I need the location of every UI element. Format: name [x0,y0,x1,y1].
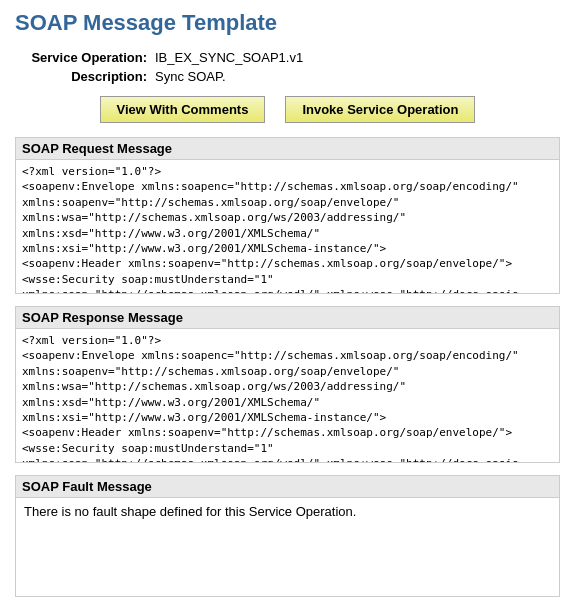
xml-line: <soapenv:Envelope xmlns:soapenc="http://… [22,348,553,363]
page-title: SOAP Message Template [15,10,560,36]
meta-section: Service Operation: IB_EX_SYNC_SOAP1.v1 D… [25,50,560,84]
xml-line: xmlns:soapenv="http://schemas.xmlsoap.or… [22,195,553,210]
description-label: Description: [25,69,155,84]
xml-line: xmlns:xsd="http://www.w3.org/2001/XMLSch… [22,226,553,241]
invoke-service-operation-button[interactable]: Invoke Service Operation [285,96,475,123]
xml-line: xmlns:xsd="http://www.w3.org/2001/XMLSch… [22,395,553,410]
soap-request-box[interactable]: <?xml version="1.0"?><soapenv:Envelope x… [15,159,560,294]
xml-line: xmlns:xsi="http://www.w3.org/2001/XMLSch… [22,241,553,256]
soap-request-header: SOAP Request Message [15,137,560,159]
view-with-comments-button[interactable]: View With Comments [100,96,266,123]
soap-response-box[interactable]: <?xml version="1.0"?><soapenv:Envelope x… [15,328,560,463]
service-operation-value: IB_EX_SYNC_SOAP1.v1 [155,50,303,65]
xml-line: <soapenv:Envelope xmlns:soapenc="http://… [22,179,553,194]
xml-line: <wsse:Security soap:mustUnderstand="1" [22,441,553,456]
xml-line: <soapenv:Header xmlns:soapenv="http://sc… [22,256,553,271]
xml-line: xmlns:soapenv="http://schemas.xmlsoap.or… [22,364,553,379]
service-operation-label: Service Operation: [25,50,155,65]
soap-response-header: SOAP Response Message [15,306,560,328]
xml-line: xmlns:soap="http://schemas.xmlsoap.org/w… [22,287,553,294]
xml-line: xmlns:soap="http://schemas.xmlsoap.org/w… [22,456,553,463]
soap-fault-text: There is no fault shape defined for this… [24,504,356,519]
soap-fault-header: SOAP Fault Message [15,475,560,497]
xml-line: xmlns:wsa="http://schemas.xmlsoap.org/ws… [22,379,553,394]
xml-line: <?xml version="1.0"?> [22,333,553,348]
button-row: View With Comments Invoke Service Operat… [15,96,560,123]
soap-fault-box: There is no fault shape defined for this… [15,497,560,597]
xml-line: <soapenv:Header xmlns:soapenv="http://sc… [22,425,553,440]
xml-line: xmlns:xsi="http://www.w3.org/2001/XMLSch… [22,410,553,425]
xml-line: <wsse:Security soap:mustUnderstand="1" [22,272,553,287]
service-operation-row: Service Operation: IB_EX_SYNC_SOAP1.v1 [25,50,560,65]
xml-line: xmlns:wsa="http://schemas.xmlsoap.org/ws… [22,210,553,225]
description-row: Description: Sync SOAP. [25,69,560,84]
xml-line: <?xml version="1.0"?> [22,164,553,179]
description-value: Sync SOAP. [155,69,226,84]
